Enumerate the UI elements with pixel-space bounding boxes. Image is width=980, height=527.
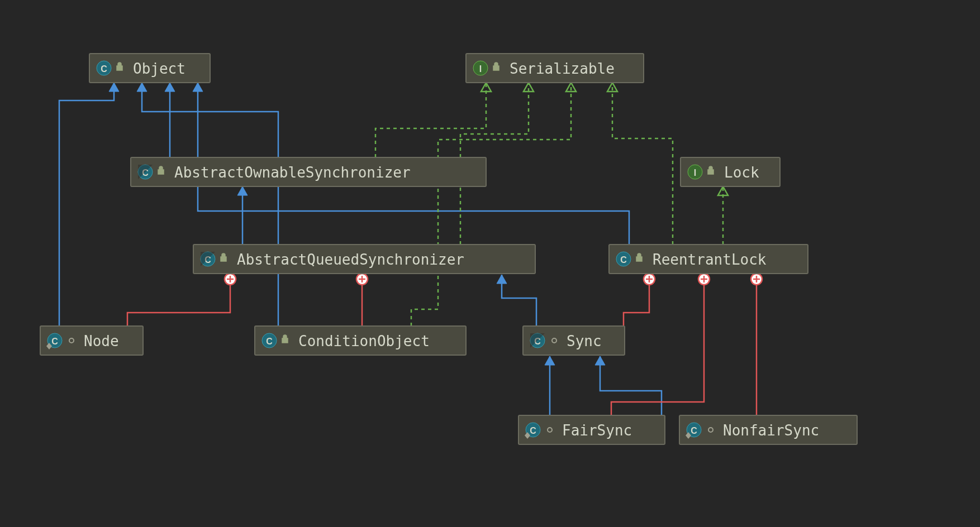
class-node-fairsync[interactable]: FairSync [518, 415, 665, 444]
interface-label: Lock [724, 164, 759, 181]
edge-conditionobject-implements-serializable [411, 83, 571, 326]
class-node-abstractownablesynchronizer[interactable]: AbstractOwnableSynchronizer [131, 157, 486, 186]
class-node-object[interactable]: Object [89, 54, 210, 83]
class-node-reentrantlock[interactable]: ReentrantLock [609, 245, 808, 274]
abstract-class-icon [530, 333, 545, 348]
abstract-class-icon [201, 252, 215, 266]
class-label: Sync [567, 333, 602, 349]
abstract-class-icon [138, 165, 153, 179]
edge-sync-inner-reentrantlock [624, 279, 649, 326]
class-icon [616, 252, 631, 266]
class-label: AbstractOwnableSynchronizer [174, 164, 411, 181]
public-icon [493, 63, 499, 70]
class-node-sync[interactable]: Sync [523, 326, 625, 355]
public-icon [282, 335, 288, 343]
public-icon [158, 166, 164, 174]
interface-node-lock[interactable]: Lock [681, 157, 780, 186]
class-label: FairSync [562, 422, 632, 439]
class-label: NonfairSync [723, 422, 819, 439]
interface-node-serializable[interactable]: Serializable [466, 54, 644, 83]
class-node-abstractqueuedsynchronizer[interactable]: AbstractQueuedSynchronizer [193, 245, 535, 274]
public-icon [117, 63, 122, 70]
class-node-conditionobject[interactable]: ConditionObject [255, 326, 466, 355]
public-icon [708, 166, 713, 174]
class-label: AbstractQueuedSynchronizer [237, 251, 464, 268]
public-icon [221, 253, 226, 261]
edge-conditionobject-extends-object [142, 83, 278, 326]
edge-node-extends-object [59, 83, 114, 326]
class-icon [262, 333, 277, 348]
class-label: ReentrantLock [653, 251, 767, 268]
interface-label: Serializable [510, 60, 615, 77]
interface-icon [688, 165, 702, 179]
class-label: Node [84, 333, 119, 349]
edge-reentrantlock-implements-serializable [612, 83, 673, 245]
class-icon [97, 61, 111, 75]
edge-aos-implements-serializable [375, 83, 486, 157]
class-label: Object [133, 60, 185, 77]
edge-nonfairsync-extends-sync [600, 356, 662, 415]
class-label: ConditionObject [298, 333, 430, 349]
class-hierarchy-diagram: C I [0, 0, 980, 527]
edge-sync-extends-aqs [502, 275, 536, 326]
interface-icon [473, 61, 488, 75]
class-node-node[interactable]: Node [40, 326, 143, 355]
edge-node-inner-aqs [127, 279, 230, 326]
public-icon [636, 253, 642, 261]
class-node-nonfairsync[interactable]: NonfairSync [679, 415, 857, 444]
